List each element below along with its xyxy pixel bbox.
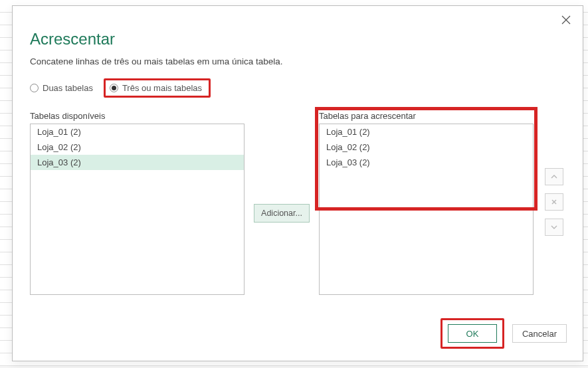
annotation-highlight-radio: Três ou mais tabelas (104, 78, 211, 98)
list-item[interactable]: Loja_02 (2) (31, 139, 244, 155)
tables-to-append-label: Tabelas para acrescentar (319, 111, 534, 121)
radio-two-tables[interactable]: Duas tabelas (30, 83, 93, 93)
cancel-button[interactable]: Cancelar (512, 324, 567, 343)
move-down-button[interactable] (545, 219, 563, 236)
annotation-highlight-ok: OK (441, 318, 504, 349)
radio-icon (110, 84, 118, 92)
list-item[interactable]: Loja_01 (2) (320, 124, 533, 139)
append-dialog: Acrescentar Concatene linhas de três ou … (12, 5, 583, 361)
available-tables-label: Tabelas disponíveis (30, 111, 245, 121)
radio-label: Duas tabelas (43, 83, 93, 93)
dialog-title: Acrescentar (30, 30, 565, 48)
remove-button[interactable] (545, 193, 563, 211)
radio-icon (30, 84, 39, 92)
available-tables-list[interactable]: Loja_01 (2) Loja_02 (2) Loja_03 (2) (30, 124, 245, 295)
ok-button[interactable]: OK (448, 324, 497, 343)
dialog-description: Concatene linhas de três ou mais tabelas… (30, 56, 565, 66)
close-icon (551, 199, 557, 205)
chevron-down-icon (551, 224, 557, 230)
radio-three-or-more[interactable]: Três ou mais tabelas (110, 83, 202, 93)
tables-to-append-list[interactable]: Loja_01 (2) Loja_02 (2) Loja_03 (2) (319, 124, 534, 295)
list-item[interactable]: Loja_01 (2) (31, 124, 244, 139)
list-item[interactable]: Loja_03 (2) (31, 155, 244, 170)
radio-group: Duas tabelas Três ou mais tabelas (30, 78, 565, 98)
move-up-button[interactable] (545, 168, 563, 185)
radio-label: Três ou mais tabelas (122, 83, 202, 93)
list-item[interactable]: Loja_03 (2) (320, 155, 533, 170)
chevron-up-icon (551, 173, 557, 180)
add-button[interactable]: Adicionar... (254, 204, 310, 223)
list-item[interactable]: Loja_02 (2) (320, 139, 533, 155)
